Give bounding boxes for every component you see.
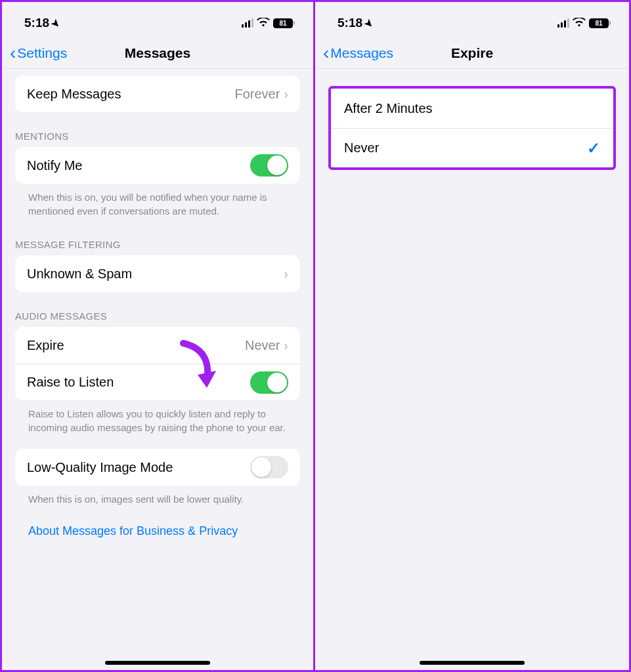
status-time: 5:18 — [337, 16, 362, 30]
raise-footer: Raise to Listen allows you to quickly li… — [15, 400, 300, 437]
wifi-icon — [257, 18, 270, 29]
location-icon: ➤ — [363, 16, 376, 30]
status-time: 5:18 — [24, 16, 49, 30]
battery-icon: 81 — [589, 18, 611, 28]
keep-messages-value: Forever — [234, 87, 280, 102]
back-button[interactable]: ‹ Messages — [323, 44, 393, 62]
cellular-icon — [557, 18, 569, 28]
status-bar: 5:18 ➤ 81 — [315, 2, 629, 37]
expire-settings-screen: 5:18 ➤ 81 ‹ Messages Expire After 2 Minu… — [315, 0, 631, 672]
notify-me-label: Notify Me — [27, 158, 250, 173]
chevron-left-icon: ‹ — [10, 44, 16, 62]
checkmark-icon: ✓ — [587, 139, 600, 158]
option-label: Never — [344, 140, 587, 156]
raise-label: Raise to Listen — [27, 375, 250, 390]
back-label: Settings — [17, 45, 67, 61]
home-indicator[interactable] — [105, 661, 210, 665]
chevron-right-icon: › — [284, 266, 288, 282]
low-quality-row[interactable]: Low-Quality Image Mode — [15, 449, 300, 486]
option-label: After 2 Minutes — [344, 101, 600, 116]
low-quality-footer: When this is on, images sent will be low… — [15, 486, 300, 509]
cellular-icon — [242, 18, 253, 28]
nav-bar: ‹ Settings Messages — [2, 37, 313, 69]
notify-me-footer: When this is on, you will be notified wh… — [15, 184, 300, 220]
low-quality-label: Low-Quality Image Mode — [27, 460, 250, 475]
about-link[interactable]: About Messages for Business & Privacy — [2, 509, 313, 538]
unknown-spam-label: Unknown & Spam — [27, 266, 284, 282]
status-bar: 5:18 ➤ 81 — [2, 2, 313, 37]
expire-row[interactable]: Expire Never › — [15, 327, 300, 364]
chevron-right-icon: › — [284, 87, 288, 102]
expire-value: Never — [245, 338, 280, 353]
back-button[interactable]: ‹ Settings — [10, 44, 67, 62]
expire-content[interactable]: After 2 Minutes Never ✓ — [315, 69, 629, 670]
home-indicator[interactable] — [420, 661, 525, 665]
notify-me-toggle[interactable] — [250, 154, 288, 177]
chevron-left-icon: ‹ — [323, 44, 329, 62]
chevron-right-icon: › — [284, 338, 288, 353]
low-quality-toggle[interactable] — [250, 456, 288, 478]
option-after-2-minutes[interactable]: After 2 Minutes — [331, 89, 613, 128]
raise-toggle[interactable] — [250, 371, 288, 394]
nav-bar: ‹ Messages Expire — [315, 37, 629, 69]
audio-header: AUDIO MESSAGES — [2, 292, 313, 327]
settings-content[interactable]: Keep Messages Forever › MENTIONS Notify … — [2, 69, 313, 670]
raise-to-listen-row[interactable]: Raise to Listen — [15, 364, 300, 400]
wifi-icon — [573, 18, 586, 29]
keep-messages-label: Keep Messages — [27, 87, 234, 102]
expire-label: Expire — [27, 338, 245, 353]
expire-options-list: After 2 Minutes Never ✓ — [328, 86, 616, 170]
messages-settings-screen: 5:18 ➤ 81 ‹ Settings Messages Keep Messa… — [0, 0, 315, 672]
filtering-header: MESSAGE FILTERING — [2, 220, 313, 255]
keep-messages-row[interactable]: Keep Messages Forever › — [15, 75, 300, 112]
option-never[interactable]: Never ✓ — [331, 128, 613, 167]
unknown-spam-row[interactable]: Unknown & Spam › — [15, 255, 300, 292]
location-icon: ➤ — [50, 16, 63, 30]
notify-me-row[interactable]: Notify Me — [15, 147, 300, 184]
mentions-header: MENTIONS — [2, 112, 313, 147]
back-label: Messages — [330, 45, 393, 61]
battery-icon: 81 — [273, 18, 295, 28]
